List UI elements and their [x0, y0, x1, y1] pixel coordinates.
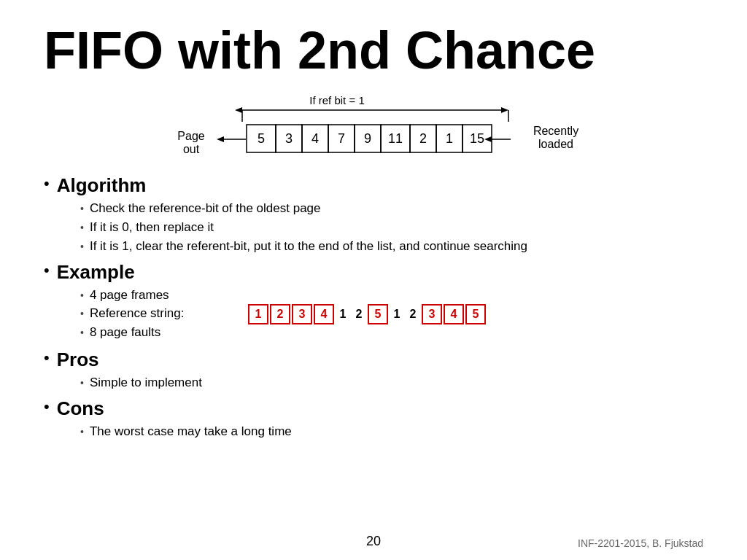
- example-bullet-3: • 8 page faults: [80, 324, 226, 341]
- example-sub-bullets: • 4 page frames • Reference string: • 8 …: [80, 287, 703, 343]
- cons-heading-row: • Cons: [44, 397, 703, 420]
- ref-bit-label: If ref bit = 1: [309, 94, 364, 106]
- seq-plain-2: 2: [352, 308, 366, 321]
- dot-ex-2: •: [80, 308, 84, 319]
- pros-bullet-dot: •: [44, 350, 50, 366]
- svg-text:4: 4: [311, 131, 319, 146]
- algorithm-bullet-2: • If it is 0, then replace it: [80, 219, 703, 236]
- pros-sub-bullets: • Simple to implement: [80, 374, 703, 392]
- svg-text:5: 5: [258, 131, 265, 146]
- cons-bullet-dot: •: [44, 399, 50, 415]
- dot-1: •: [80, 203, 84, 214]
- dot-2: •: [80, 222, 84, 233]
- example-sequence: 1 2 3 4 1 2 5 1: [248, 304, 486, 324]
- seq-box-1: 1: [248, 304, 268, 324]
- pros-text-1: Simple to implement: [90, 374, 202, 392]
- diagram-svg: If ref bit = 1 Page out 5 3: [111, 94, 636, 160]
- footer-credit: INF-2201-2015, B. Fjukstad: [578, 537, 703, 549]
- svg-text:11: 11: [388, 131, 403, 146]
- pros-bullet-1: • Simple to implement: [80, 374, 703, 392]
- slide: FIFO with 2nd Chance If ref bit = 1 Page…: [0, 0, 747, 560]
- example-text-2: Reference string:: [90, 305, 184, 322]
- arrow-left: [235, 107, 242, 113]
- example-heading-row: • Example: [44, 261, 703, 284]
- algorithm-bullet-dot: •: [44, 176, 50, 192]
- seq-box-8: 5: [465, 304, 486, 324]
- seq-box-2: 2: [270, 304, 290, 324]
- svg-text:loaded: loaded: [538, 138, 573, 150]
- example-heading: Example: [57, 261, 135, 284]
- svg-text:1: 1: [446, 131, 453, 146]
- seq-plain-3: 1: [390, 308, 404, 321]
- dot-cons-1: •: [80, 426, 84, 438]
- seq-box-5: 5: [368, 304, 388, 324]
- seq-box-6: 3: [422, 304, 442, 324]
- svg-text:2: 2: [419, 131, 427, 146]
- seq-box-7: 4: [444, 304, 464, 324]
- page-out-arrow: [217, 136, 224, 142]
- content-area: • Algorithm • Check the reference-bit of…: [44, 174, 703, 440]
- seq-plain-4: 2: [406, 308, 420, 321]
- algorithm-section: • Algorithm • Check the reference-bit of…: [44, 174, 703, 254]
- dot-ex-3: •: [80, 327, 84, 338]
- page-out-label: Page: [177, 130, 204, 142]
- fifo-diagram: If ref bit = 1 Page out 5 3: [44, 94, 703, 160]
- seq-plain-1: 1: [336, 308, 350, 321]
- algorithm-text-2: If it is 0, then replace it: [90, 219, 214, 236]
- svg-text:9: 9: [364, 131, 371, 146]
- arrow-right: [501, 107, 508, 113]
- cons-heading: Cons: [57, 397, 104, 420]
- seq-box-3: 3: [292, 304, 312, 324]
- cons-section: • Cons • The worst case may take a long …: [44, 397, 703, 440]
- cons-bullet-1: • The worst case may take a long time: [80, 423, 703, 440]
- example-text-3: 8 page faults: [90, 324, 160, 341]
- example-bullet-2: • Reference string:: [80, 305, 226, 322]
- example-row: • 4 page frames • Reference string: • 8 …: [80, 287, 703, 343]
- algorithm-heading: Algorithm: [57, 174, 147, 197]
- dot-pros-1: •: [80, 377, 84, 389]
- slide-title: FIFO with 2nd Chance: [44, 22, 703, 79]
- recently-loaded-label: Recently: [533, 125, 578, 137]
- svg-text:out: out: [183, 143, 200, 155]
- svg-text:15: 15: [470, 131, 484, 146]
- algorithm-text-3: If it is 1, clear the referent-bit, put …: [90, 238, 527, 255]
- algorithm-heading-row: • Algorithm: [44, 174, 703, 197]
- cons-text-1: The worst case may take a long time: [90, 423, 292, 440]
- example-left-col: • 4 page frames • Reference string: • 8 …: [80, 287, 226, 343]
- svg-text:3: 3: [285, 131, 293, 146]
- example-bullet-dot: •: [44, 262, 50, 279]
- pros-heading-row: • Pros: [44, 349, 703, 371]
- example-text-1: 4 page frames: [90, 287, 169, 304]
- page-number: 20: [366, 534, 381, 549]
- example-bullet-1: • 4 page frames: [80, 287, 226, 304]
- pros-heading: Pros: [57, 349, 99, 371]
- seq-box-4: 4: [314, 304, 334, 324]
- algorithm-bullet-3: • If it is 1, clear the referent-bit, pu…: [80, 238, 703, 255]
- dot-3: •: [80, 241, 84, 252]
- pros-section: • Pros • Simple to implement: [44, 349, 703, 392]
- svg-text:7: 7: [338, 131, 345, 146]
- recently-loaded-arrow: [484, 136, 492, 142]
- example-section: • Example • 4 page frames • Reference st…: [44, 261, 703, 343]
- algorithm-sub-bullets: • Check the reference-bit of the oldest …: [80, 200, 703, 254]
- cons-sub-bullets: • The worst case may take a long time: [80, 423, 703, 440]
- algorithm-text-1: Check the reference-bit of the oldest pa…: [90, 200, 321, 217]
- dot-ex-1: •: [80, 289, 84, 301]
- algorithm-bullet-1: • Check the reference-bit of the oldest …: [80, 200, 703, 217]
